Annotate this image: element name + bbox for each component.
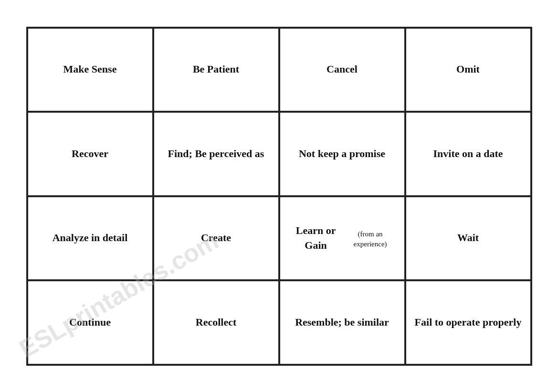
cell-find-be-perceived: Find; Be perceived as <box>153 112 279 196</box>
cell-sub-learn-or-gain: (from an experience) <box>344 229 397 249</box>
cell-invite-on-date: Invite on a date <box>405 112 531 196</box>
cell-continue: Continue <box>27 280 153 365</box>
cell-create: Create <box>153 196 279 281</box>
cell-text-learn-or-gain: Learn or Gain <box>288 223 344 253</box>
cell-be-patient: Be Patient <box>153 28 279 112</box>
cell-recover: Recover <box>27 112 153 196</box>
cell-not-keep-promise: Not keep a promise <box>279 112 405 196</box>
bingo-grid: Make SenseBe PatientCancelOmitRecoverFin… <box>26 27 532 366</box>
cell-analyze-in-detail: Analyze in detail <box>27 196 153 281</box>
cell-fail-to-operate: Fail to operate properly <box>405 280 531 365</box>
cell-learn-or-gain: Learn or Gain(from an experience) <box>279 196 405 281</box>
cell-cancel: Cancel <box>279 28 405 112</box>
cell-resemble-similar: Resemble; be similar <box>279 280 405 365</box>
cell-make-sense: Make Sense <box>27 28 153 112</box>
cell-wait: Wait <box>405 196 531 281</box>
cell-recollect: Recollect <box>153 280 279 365</box>
cell-omit: Omit <box>405 28 531 112</box>
